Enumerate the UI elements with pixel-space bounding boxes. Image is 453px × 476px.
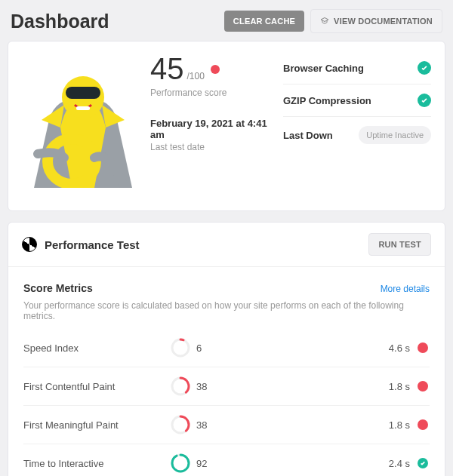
svg-rect-3 (66, 87, 100, 99)
svg-rect-4 (76, 106, 90, 110)
metric-time: 2.4 s (374, 458, 410, 469)
hero-illustration (19, 52, 147, 191)
metric-ring-icon (171, 453, 190, 473)
metric-status-icon (416, 381, 430, 392)
svg-marker-0 (42, 105, 64, 127)
metric-time: 1.8 s (374, 381, 410, 392)
metric-name: First Contentful Paint (23, 381, 171, 392)
metric-name: Time to Interactive (23, 458, 171, 469)
score-metrics-heading: Score Metrics (23, 282, 93, 294)
svg-marker-1 (102, 105, 125, 127)
metric-row: Time to Interactive 92 2.4 s (23, 444, 430, 476)
metric-score: 6 (196, 342, 226, 354)
metric-ring-icon (171, 415, 190, 435)
view-documentation-button[interactable]: VIEW DOCUMENTATION (310, 9, 442, 33)
uptime-pill: Uptime Inactive (359, 126, 431, 144)
view-documentation-label: VIEW DOCUMENTATION (334, 17, 433, 26)
metric-time: 1.8 s (374, 419, 410, 431)
svg-point-6 (172, 339, 189, 356)
metric-ring-icon (171, 338, 190, 358)
metric-time: 4.6 s (374, 342, 410, 354)
performance-score-denom: /100 (187, 71, 205, 81)
page-header: Dashboard CLEAR CACHE VIEW DOCUMENTATION (3, 3, 450, 41)
metric-row: Speed Index 6 4.6 s (23, 329, 430, 367)
run-test-button[interactable]: RUN TEST (368, 233, 431, 256)
metric-row: First Contentful Paint 38 1.8 s (23, 367, 430, 406)
performance-test-title: Performance Test (45, 238, 140, 251)
score-metrics-desc: Your performance score is calculated bas… (23, 300, 430, 321)
performance-logo-icon (22, 237, 37, 252)
last-test-date-label: Last test date (150, 142, 276, 152)
metric-score: 38 (196, 381, 226, 392)
performance-test-card: Performance Test RUN TEST Score Metrics … (8, 222, 445, 476)
performance-score-label: Performance score (150, 88, 276, 98)
score-metrics-section: Score Metrics More details Your performa… (8, 267, 445, 476)
graduation-cap-icon (320, 16, 329, 26)
metric-ring-icon (171, 376, 190, 396)
svg-point-13 (172, 455, 189, 471)
status-label: Last Down (283, 130, 333, 141)
status-row-uptime: Last Down Uptime Inactive (283, 117, 431, 153)
last-test-date-value: February 19, 2021 at 4:41 am (150, 118, 276, 140)
metric-row: First Meaningful Paint 38 1.8 s (23, 406, 430, 444)
summary-card: 45 /100 Performance score February 19, 2… (8, 41, 445, 211)
metric-score: 38 (196, 419, 226, 431)
status-dot-bad-icon (211, 65, 220, 74)
check-icon (418, 61, 431, 75)
status-column: Browser Caching GZIP Compression Last Do… (276, 52, 431, 191)
status-row-gzip: GZIP Compression (283, 84, 431, 117)
performance-score-value: 45 (150, 52, 184, 86)
more-details-link[interactable]: More details (381, 284, 430, 294)
metric-name: Speed Index (23, 342, 171, 354)
clear-cache-button[interactable]: CLEAR CACHE (224, 11, 304, 32)
performance-test-header: Performance Test RUN TEST (8, 223, 445, 267)
metric-status-icon (416, 342, 430, 353)
metric-status-icon (416, 458, 430, 468)
status-label: GZIP Compression (283, 95, 371, 106)
check-icon (418, 94, 431, 107)
metric-name: First Meaningful Paint (23, 419, 171, 431)
score-column: 45 /100 Performance score February 19, 2… (147, 52, 276, 191)
page-title: Dashboard (11, 11, 218, 32)
metric-status-icon (416, 419, 430, 430)
status-label: Browser Caching (283, 63, 364, 74)
status-row-browser-caching: Browser Caching (283, 52, 431, 84)
metric-score: 92 (196, 458, 226, 469)
